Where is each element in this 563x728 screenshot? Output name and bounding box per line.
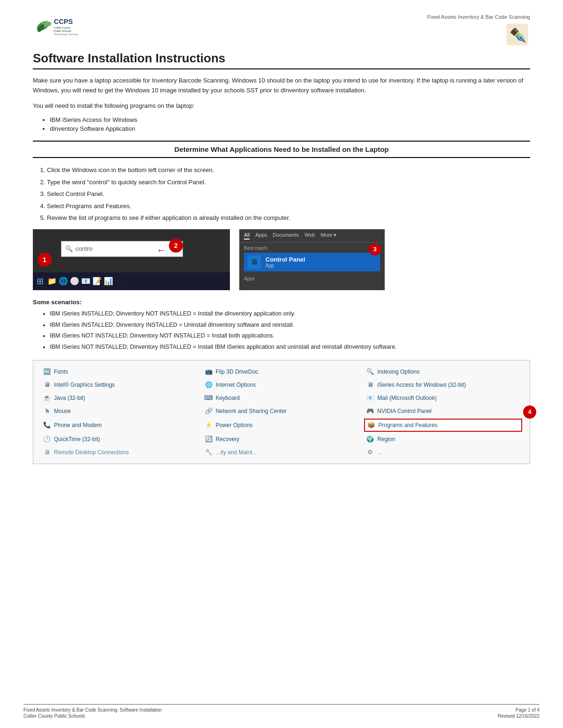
cp-fonts-label: Fonts [54, 368, 68, 375]
cp-java-label: Java (32-bit) [54, 395, 85, 401]
phone-modem-icon: 📞 [43, 421, 51, 429]
flip3d-icon: 📺 [205, 368, 213, 376]
power-icon: ⚡ [205, 421, 213, 429]
cp-region-label: Region [377, 436, 395, 443]
intel-graphics-icon: 🖥 [43, 381, 51, 389]
cp-item-phone-modem[interactable]: 📞 Phone and Modem [41, 419, 199, 432]
install-item-2: dInventory Software Application [50, 125, 530, 132]
cp-item-mail[interactable]: 📧 Mail (Microsoft Outlook) [364, 392, 522, 404]
page-title: Software Installation Instructions [33, 51, 530, 69]
install-item-1: IBM iSeries Access for Windows [50, 116, 530, 123]
scenario-1: IBM iSeries INSTALLED; Dinventory NOT IN… [50, 309, 530, 318]
svg-text:Public Schools: Public Schools [54, 30, 71, 32]
control-panel-subtitle: App [266, 263, 305, 268]
search-icon: 🔍 [65, 245, 73, 252]
search-result-tabbar: All Apps Documents Web More ▾ [239, 229, 385, 243]
region-icon: 🌍 [366, 435, 374, 443]
cp-item-keyboard[interactable]: ⌨ Keyboard [203, 392, 361, 404]
cp-item-nvidia[interactable]: 🎮 NVIDIA Control Panel [364, 405, 522, 417]
nvidia-icon: 🎮 [366, 407, 374, 415]
scenario-4: IBM iSeries NOT INSTALLED; Dinventory IN… [50, 343, 530, 352]
cp-item-recovery[interactable]: 🔄 Recovery [203, 434, 361, 445]
header-quill-icon: ✒️ [504, 22, 530, 47]
cp-item-remote-desktop[interactable]: 🖥 Remote Desktop Connections [41, 447, 199, 458]
taskbar-icon-edge: 🌐 [59, 277, 68, 285]
tab-apps[interactable]: Apps [255, 232, 267, 240]
cp-internet-label: Internet Options [216, 382, 256, 388]
control-panel-result-row[interactable]: 🖥 Control Panel App [244, 253, 380, 271]
best-match-section: Best match 🖥 Control Panel App [239, 243, 385, 274]
cp-item-quicktime[interactable]: 🕐 QuickTime (32-bit) [41, 434, 199, 445]
cp-item-fonts[interactable]: 🔤 Fonts [41, 366, 199, 377]
quicktime-icon: 🕐 [43, 435, 51, 443]
tab-documents[interactable]: Documents [273, 232, 299, 240]
cp-mouse-label: Mouse [54, 408, 71, 414]
cp-network-label: Network and Sharing Center [216, 408, 287, 414]
maintenance-icon: 🔧 [205, 448, 213, 457]
cp-item-flip3d[interactable]: 📺 Flip 3D DriveDoc. [203, 366, 361, 377]
cp-flip3d-label: Flip 3D DriveDoc. [216, 368, 260, 375]
footer-org: Collier County Public Schools [23, 713, 162, 719]
step-5: Review the list of programs to see if ei… [47, 213, 530, 223]
other-icon: ⚙ [366, 448, 374, 457]
cp-other-label: ... [377, 449, 382, 456]
cp-nvidia-label: NVIDIA Control Panel [377, 408, 431, 414]
logo-area: CCPS Collier County Public Schools Techn… [33, 14, 94, 40]
network-icon: 🔗 [205, 407, 213, 415]
arrow-to-search: → [156, 244, 167, 256]
cp-item-other[interactable]: ⚙ ... [364, 447, 522, 458]
cp-item-java[interactable]: ☕ Java (32-bit) [41, 392, 199, 404]
cp-item-power[interactable]: ⚡ Power Options [203, 419, 361, 432]
svg-text:Collier County: Collier County [54, 26, 71, 29]
cp-item-maintenance[interactable]: 🔧 ...ity and Maint... [203, 447, 361, 458]
cp-item-region[interactable]: 🌍 Region [364, 434, 522, 445]
cp-item-network[interactable]: 🔗 Network and Sharing Center [203, 405, 361, 417]
cp-quicktime-label: QuickTime (32-bit) [54, 436, 100, 443]
page-footer: Fixed Assets Inventory & Bar Code Scanni… [23, 704, 540, 719]
cp-item-mouse[interactable]: 🖱 Mouse [41, 405, 199, 417]
header-right: Fixed Assets Inventory & Bar Code Scanni… [427, 14, 530, 47]
ccps-logo: CCPS Collier County Public Schools Techn… [33, 14, 94, 40]
tab-web[interactable]: Web [304, 232, 315, 240]
step-1: Click the Windows icon in the bottom lef… [47, 165, 530, 175]
cp-item-iseries-access[interactable]: 🖥 iSeries Access for Windows (32-bit) [364, 379, 522, 390]
cp-item-intel-graphics[interactable]: 🖥 Intel® Graphics Settings [41, 379, 199, 390]
control-panel-title: Control Panel [266, 256, 305, 263]
scenarios-list: IBM iSeries INSTALLED; Dinventory NOT IN… [50, 309, 530, 352]
cp-item-programs-features[interactable]: 📦 Programs and Features [364, 419, 522, 432]
cp-item-indexing[interactable]: 🔍 Indexing Options [364, 366, 522, 377]
cp-keyboard-label: Keyboard [216, 395, 240, 401]
step-4: Select Programs and Features. [47, 202, 530, 211]
screenshots-row: 1 → 🔍 contro 2 → ⊞ 📁 🌐 ⚪ 📧 📝 📊 [33, 229, 530, 290]
scenario-2: IBM iSeries INSTALLED; Dinventory INSTAL… [50, 321, 530, 330]
taskbar-screenshot: 1 → 🔍 contro 2 → ⊞ 📁 🌐 ⚪ 📧 📝 📊 [33, 229, 230, 290]
mail-icon: 📧 [366, 394, 374, 402]
cp-phone-label: Phone and Modem [54, 422, 101, 428]
search-text: contro [76, 245, 92, 252]
footer-page: Page 1 of 4 [516, 707, 540, 713]
taskbar-icon-word: 📝 [92, 277, 102, 285]
cp-iseries-label: iSeries Access for Windows (32-bit) [377, 382, 466, 388]
footer-right: Page 1 of 4 Revised 12/16/2022 [498, 707, 540, 719]
footer-title: Fixed Assets Inventory & Bar Code Scanni… [23, 707, 162, 713]
scenario-3: IBM iSeries NOT INSTALLED; Dinventory NO… [50, 331, 530, 340]
windows-start-icon[interactable]: ⊞ [37, 276, 44, 286]
cp-recovery-label: Recovery [216, 436, 240, 443]
control-panel-text: Control Panel App [266, 256, 305, 268]
step-circle-1: 1 [38, 253, 52, 267]
iseries-icon: 🖥 [366, 381, 374, 389]
cp-programs-label: Programs and Features [378, 422, 437, 428]
taskbar-icon-chrome: ⚪ [70, 277, 79, 285]
section-heading: Determine What Applications Need to be I… [33, 141, 530, 158]
recovery-icon: 🔄 [205, 435, 213, 443]
remote-desktop-icon: 🖥 [43, 448, 51, 457]
taskbar-icon-settings: ⚙ [115, 277, 122, 285]
control-panel-items-grid: 🔤 Fonts 📺 Flip 3D DriveDoc. 🔍 Indexing O… [41, 366, 522, 458]
tab-all[interactable]: All [244, 232, 250, 240]
cp-intel-label: Intel® Graphics Settings [54, 382, 115, 388]
svg-text:CCPS: CCPS [54, 18, 73, 25]
page-header: CCPS Collier County Public Schools Techn… [33, 14, 530, 47]
cp-item-internet-options[interactable]: 🌐 Internet Options [203, 379, 361, 390]
step-3: Select Control Panel. [47, 189, 530, 199]
tab-more[interactable]: More ▾ [320, 232, 336, 240]
